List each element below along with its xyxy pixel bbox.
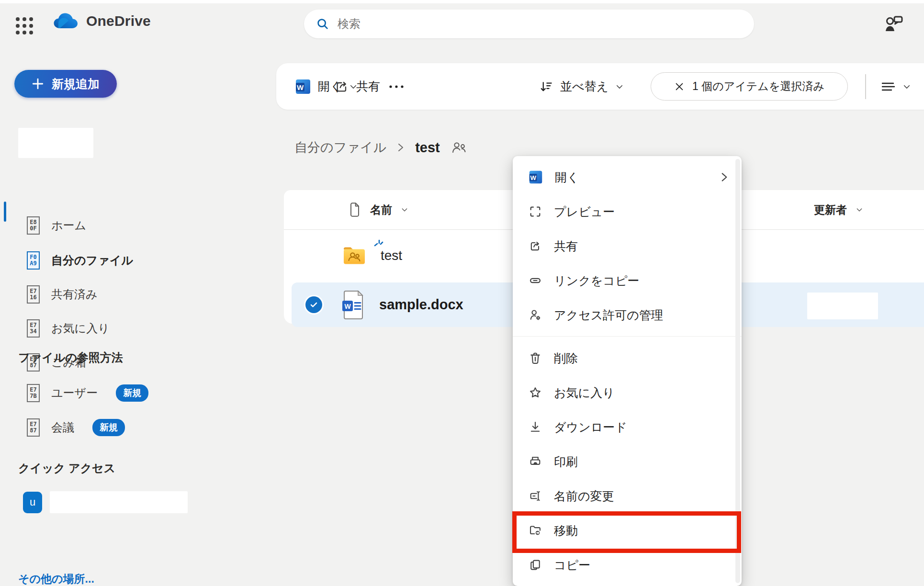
- sort-button[interactable]: 並べ替え: [539, 63, 624, 110]
- command-bar: W 開く 共有 並べ替え 1 個の: [276, 63, 924, 110]
- search-bar[interactable]: [304, 10, 754, 38]
- breadcrumb-my-files[interactable]: 自分のファイル: [294, 139, 386, 156]
- chevron-down-icon: [615, 82, 624, 91]
- add-new-button[interactable]: 新規追加: [14, 70, 117, 98]
- site-avatar: u: [23, 492, 42, 513]
- move-folder-icon: [529, 524, 542, 537]
- new-badge: 新規: [92, 419, 125, 436]
- copy-icon: [529, 558, 542, 572]
- column-header-modified-by[interactable]: 更新者: [814, 203, 863, 217]
- chevron-down-icon: [401, 206, 408, 214]
- top-bar: OneDrive: [0, 3, 924, 49]
- menu-item-print[interactable]: 印刷: [513, 444, 742, 479]
- selected-check-icon[interactable]: [305, 296, 322, 313]
- share-icon: [334, 79, 349, 94]
- svg-text:W: W: [297, 83, 304, 91]
- breadcrumb: 自分のファイル test: [294, 135, 468, 159]
- sidebar-item-favorites[interactable]: E734 お気に入り: [0, 314, 225, 343]
- file-name: sample.docx: [379, 297, 463, 313]
- breadcrumb-current-folder: test: [415, 140, 440, 156]
- home-icon: E80F: [27, 216, 40, 235]
- quick-access-item[interactable]: u: [23, 491, 188, 513]
- trash-icon: [529, 351, 542, 365]
- more-commands-button[interactable]: [387, 63, 406, 110]
- person-feedback-icon: [882, 13, 905, 36]
- menu-item-download[interactable]: ダウンロード: [513, 410, 742, 444]
- menu-divider: [513, 336, 742, 337]
- plus-icon: [32, 78, 44, 90]
- toolbar-divider: [865, 74, 866, 99]
- clear-selection-icon: [674, 81, 685, 92]
- sidebar-item-meetings[interactable]: E787 会議 新規: [0, 413, 225, 442]
- favorites-icon: E734: [27, 319, 40, 338]
- search-input[interactable]: [338, 17, 743, 31]
- top-strip: [0, 0, 924, 3]
- person-gear-icon: [529, 308, 542, 322]
- new-badge: 新規: [116, 384, 148, 402]
- meetings-icon: E787: [27, 418, 40, 437]
- menu-item-favorite[interactable]: お気に入り: [513, 375, 742, 410]
- my-files-icon: F0A9: [27, 251, 40, 270]
- sidebar-item-people[interactable]: E77B ユーザー 新規: [0, 379, 225, 407]
- view-options-button[interactable]: [879, 63, 911, 110]
- menu-item-preview[interactable]: プレビュー: [513, 194, 742, 229]
- submenu-chevron-icon: [720, 171, 729, 183]
- word-app-icon: W: [529, 170, 543, 184]
- menu-item-open[interactable]: W 開く: [513, 160, 742, 194]
- app-title: OneDrive: [86, 13, 151, 29]
- people-icon: E77B: [27, 384, 40, 402]
- quick-access-heading: クイック アクセス: [18, 461, 115, 476]
- printer-icon: [529, 455, 542, 468]
- shared-people-icon: [451, 140, 468, 155]
- more-places-link[interactable]: その他の場所...: [18, 572, 94, 586]
- menu-item-copy[interactable]: コピー: [513, 548, 742, 582]
- feedback-button[interactable]: [882, 12, 907, 37]
- chevron-down-icon: [856, 206, 863, 214]
- new-item-spark-icon: [373, 239, 385, 249]
- sidebar: 新規追加 E80F ホーム F0A9 自分のファイル E716 共有済み E73…: [0, 49, 230, 586]
- menu-scrollbar[interactable]: [735, 159, 740, 583]
- menu-item-manage-access[interactable]: アクセス許可の管理: [513, 298, 742, 332]
- sidebar-item-my-files[interactable]: F0A9 自分のファイル: [0, 246, 225, 275]
- more-ellipsis-icon: [387, 79, 406, 94]
- share-button[interactable]: 共有: [334, 63, 380, 110]
- svg-text:W: W: [344, 302, 351, 310]
- redacted-profile-name: [18, 128, 93, 158]
- column-header-name[interactable]: 名前: [348, 202, 408, 217]
- link-icon: [529, 274, 542, 287]
- shared-icon: E716: [27, 285, 40, 304]
- breadcrumb-chevron-icon: [397, 142, 405, 153]
- waffle-icon: [12, 14, 36, 38]
- context-menu: W 開く プレビュー 共有 リンクをコピー: [513, 156, 742, 586]
- sidebar-item-home[interactable]: E80F ホーム: [0, 211, 225, 240]
- word-document-icon: W: [341, 290, 365, 320]
- menu-item-share[interactable]: 共有: [513, 229, 742, 263]
- menu-item-delete[interactable]: 削除: [513, 341, 742, 375]
- share-icon: [529, 239, 542, 253]
- menu-item-rename[interactable]: 名前の変更: [513, 479, 742, 513]
- app-launcher-button[interactable]: [12, 13, 38, 39]
- word-app-icon: W: [295, 79, 311, 95]
- view-list-icon: [879, 79, 896, 94]
- folder-name: test: [381, 248, 402, 263]
- onedrive-logo[interactable]: OneDrive: [52, 12, 151, 30]
- menu-item-copy-link[interactable]: リンクをコピー: [513, 263, 742, 298]
- search-icon: [316, 17, 330, 31]
- menu-item-move[interactable]: 移動: [513, 513, 742, 548]
- chevron-down-icon: [902, 82, 911, 91]
- redacted-modified-by: [807, 293, 878, 319]
- selection-count-pill[interactable]: 1 個のアイテムを選択済み: [651, 72, 848, 101]
- download-icon: [529, 420, 542, 434]
- shared-folder-icon: [342, 246, 366, 266]
- rename-icon: [529, 489, 542, 503]
- preview-icon: [529, 205, 542, 218]
- redacted-site-name: [50, 491, 188, 513]
- onedrive-app: OneDrive 新規追加 E80F ホーム: [0, 0, 924, 586]
- star-icon: [529, 386, 542, 399]
- sort-icon: [539, 79, 553, 94]
- browse-files-heading: ファイルの参照方法: [18, 350, 123, 365]
- onedrive-cloud-icon: [52, 12, 79, 30]
- svg-text:W: W: [530, 174, 536, 181]
- document-icon: [348, 202, 361, 217]
- sidebar-item-shared[interactable]: E716 共有済み: [0, 280, 225, 309]
